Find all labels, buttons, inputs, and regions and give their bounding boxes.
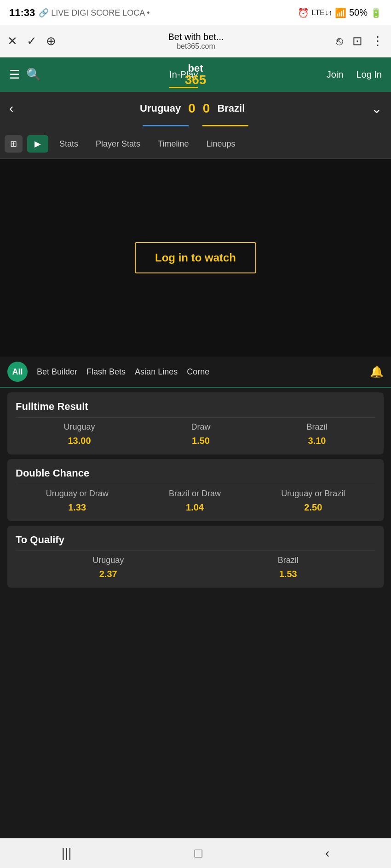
qualify-uruguay: Uruguay 2.37 [92,556,124,579]
check-icon[interactable]: ✓ [27,34,37,48]
all-filter-button[interactable]: All [7,362,28,382]
home-team: Uruguay [140,102,181,114]
double-chance-odds-row: Uruguay or Draw 1.33 Brazil or Draw 1.04… [7,484,384,521]
tab-stats[interactable]: Stats [53,139,85,149]
fulltime-brazil-odds[interactable]: 3.10 [308,436,326,446]
tab-player-stats[interactable]: Player Stats [89,139,147,149]
battery-display: 50% [349,7,368,18]
tab-timeline[interactable]: Timeline [151,139,195,149]
status-bar: 11:33 🔗 LIVE DIGI SCORE LOCA • ⏰ LTE↓↑ 📶… [0,0,391,25]
account-icon[interactable]: ⊕ [46,34,56,48]
video-area: Log in to watch [0,159,391,357]
to-qualify-title: To Qualify [7,526,384,550]
live-indicator: 🔗 LIVE DIGI SCORE LOCA • [39,8,150,18]
double-chance-section: Double Chance Uruguay or Draw 1.33 Brazi… [7,459,384,521]
browser-url-display: bet365.com [177,42,215,51]
lte-icon: LTE↓↑ [312,9,332,17]
spacer [7,592,384,684]
dc-uruguay-draw: Uruguay or Draw 1.33 [46,489,109,513]
close-tab-icon[interactable]: ✕ [7,34,17,48]
bet-builder-filter[interactable]: Bet Builder [37,367,77,377]
login-button[interactable]: Log In [356,69,382,80]
join-button[interactable]: Join [327,69,344,80]
tabs-row: ⊞ ▶ Stats Player Stats Timeline Lineups [0,129,391,159]
alarm-icon: ⏰ [298,7,309,18]
login-to-watch-button[interactable]: Log in to watch [135,242,256,273]
corner-filter[interactable]: Corne [187,367,209,377]
away-underline [202,125,248,126]
expand-icon[interactable]: ⌄ [371,101,382,116]
qualify-brazil: Brazil 1.53 [278,556,299,579]
qualify-col2-label: Brazil [278,556,299,565]
bottom-back-icon[interactable]: ‹ [325,846,329,861]
browser-address[interactable]: Bet with bet... bet365.com [65,32,327,51]
dc-col1-odds[interactable]: 1.33 [68,502,86,513]
dc-uruguay-brazil: Uruguay or Brazil 2.50 [281,489,345,513]
status-right: ⏰ LTE↓↑ 📶 50% 🔋 [298,7,382,18]
bet-filter-bar: All Bet Builder Flash Bets Asian Lines C… [0,357,391,388]
dc-col2-odds[interactable]: 1.04 [186,502,204,513]
flash-bets-filter[interactable]: Flash Bets [86,367,126,377]
qualify-col1-odds[interactable]: 2.37 [99,569,117,579]
home-underline [143,125,189,126]
field-view-button[interactable]: ⊞ [5,135,23,153]
bottom-nav: ||| □ ‹ [0,838,391,868]
status-time: 11:33 🔗 LIVE DIGI SCORE LOCA • [9,7,150,19]
dc-col3-odds[interactable]: 2.50 [304,502,322,513]
nav-header: ☰ 🔍 In-Play bet 365 Join Log In [0,57,391,92]
battery-icon: 🔋 [370,7,382,18]
away-score: 0 [203,101,210,116]
bottom-menu-icon[interactable]: ||| [62,846,72,861]
asian-lines-filter[interactable]: Asian Lines [135,367,178,377]
qualify-col1-label: Uruguay [92,556,124,565]
fulltime-result-section: Fulltime Result Uruguay 13.00 Draw 1.50 … [7,392,384,454]
fulltime-brazil: Brazil 3.10 [306,422,327,446]
bookmark-icon[interactable]: ⊡ [352,34,362,48]
hamburger-icon[interactable]: ☰ [9,68,20,82]
fulltime-odds-row: Uruguay 13.00 Draw 1.50 Brazil 3.10 [7,418,384,454]
nav-right: Join Log In [327,69,382,80]
nav-center: In-Play [41,69,327,80]
back-icon[interactable]: ‹ [9,101,13,116]
dc-col3-label: Uruguay or Brazil [281,489,345,499]
share-icon[interactable]: ⎋ [336,34,343,48]
dc-col2-label: Brazil or Draw [169,489,221,499]
match-header: ‹ Uruguay 0 0 Brazil ⌄ [0,92,391,125]
browser-bar: ✕ ✓ ⊕ Bet with bet... bet365.com ⎋ ⊡ ⋮ [0,25,391,57]
home-score: 0 [188,101,196,116]
more-options-icon[interactable]: ⋮ [372,34,384,48]
betting-container: Fulltime Result Uruguay 13.00 Draw 1.50 … [0,388,391,689]
time-display: 11:33 [9,7,35,19]
bet-text: bet [188,63,203,74]
qualify-col2-odds[interactable]: 1.53 [279,569,297,579]
fulltime-uruguay: Uruguay 13.00 [63,422,95,446]
field-icon: ⊞ [10,139,17,149]
double-chance-title: Double Chance [7,459,384,484]
bet365-logo[interactable]: bet 365 [185,63,207,86]
fulltime-uruguay-odds[interactable]: 13.00 [68,436,91,446]
play-button[interactable]: ▶ [27,135,48,153]
away-team: Brazil [217,102,245,114]
fulltime-brazil-label: Brazil [306,422,327,432]
dc-col1-label: Uruguay or Draw [46,489,109,499]
fulltime-result-title: Fulltime Result [7,392,384,417]
fulltime-draw: Draw 1.50 [191,422,211,446]
to-qualify-section: To Qualify Uruguay 2.37 Brazil 1.53 [7,526,384,588]
browser-page-title: Bet with bet... [168,32,224,42]
qualify-odds-row: Uruguay 2.37 Brazil 1.53 [7,551,384,588]
search-icon[interactable]: 🔍 [26,68,41,82]
fulltime-draw-label: Draw [191,422,211,432]
bottom-home-icon[interactable]: □ [195,846,202,861]
signal-icon: 📶 [335,7,346,18]
dc-brazil-draw: Brazil or Draw 1.04 [169,489,221,513]
numbers-text: 365 [185,74,207,86]
play-icon: ▶ [34,139,41,148]
fulltime-uruguay-label: Uruguay [63,422,95,432]
tab-lineups[interactable]: Lineups [200,139,242,149]
fulltime-draw-odds[interactable]: 1.50 [192,436,210,446]
nav-left: ☰ 🔍 [9,68,41,82]
match-title: Uruguay 0 0 Brazil [13,101,371,116]
notification-bell-icon[interactable]: 🔔 [370,365,384,378]
logo-container: bet 365 [185,63,207,86]
